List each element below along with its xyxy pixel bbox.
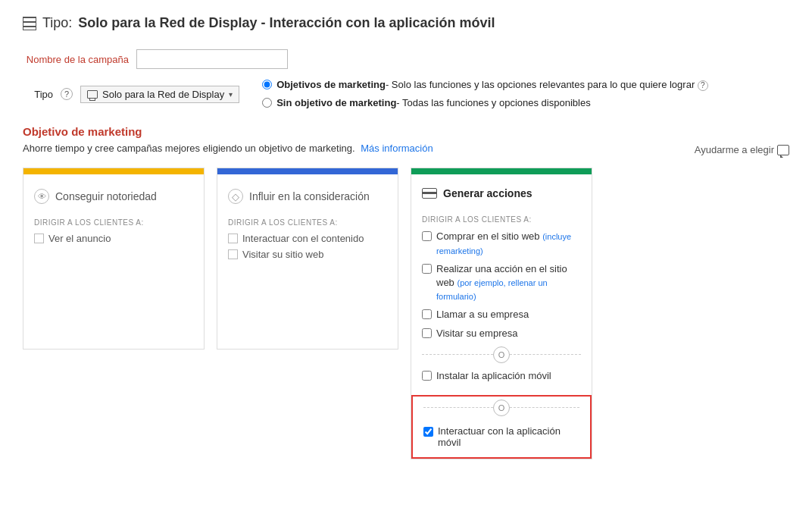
check-accion[interactable] — [422, 264, 432, 274]
radio-marketing-label: Objetivos de marketing- Solo las funcion… — [276, 78, 708, 92]
eye-icon: 👁 — [34, 189, 49, 204]
consideracion-item-text-1: Interactuar con el contenido — [242, 233, 364, 244]
generar-item-visitar: Visitar su empresa — [422, 327, 581, 340]
objetivo-title: Objetivo de marketing — [23, 125, 789, 138]
objetivo-desc: Ahorre tiempo y cree campañas mejores el… — [23, 143, 433, 154]
divider-line-left-1 — [422, 354, 493, 355]
monitor-icon — [87, 90, 98, 99]
card-notoriedad-title: Conseguir notoriedad — [55, 190, 157, 202]
form-section: Nombre de la campaña Tipo ? Solo para la… — [23, 49, 789, 110]
type-help-icon[interactable]: ? — [61, 88, 73, 100]
card-consideracion-section-label: DIRIGIR A LOS CLIENTES A: — [228, 218, 387, 227]
generar-section-label: DIRIGIR A LOS CLIENTES A: — [422, 215, 581, 224]
card-consideracion-body: ◇ Influir en la consideración DIRIGIR A … — [217, 174, 398, 275]
objetivo-section: Objetivo de marketing Ahorre tiempo y cr… — [23, 125, 789, 459]
divider-line-left-2 — [423, 407, 493, 408]
generar-item-accion-text: Realizar una acción en el sitio web (por… — [436, 262, 581, 304]
radio-options: Objetivos de marketing- Solo las funcion… — [262, 78, 708, 110]
type-label: Tipo — [23, 89, 53, 100]
check-notoriedad-1 — [34, 234, 44, 243]
mas-informacion-link[interactable]: Más información — [361, 143, 433, 154]
divider-line-right-2 — [510, 407, 579, 408]
generar-item-llamar: Llamar a su empresa — [422, 308, 581, 321]
comprar-sub: (incluye remarketing) — [436, 232, 571, 255]
ayudar-text: Ayudarme a elegir — [695, 144, 774, 155]
type-dropdown[interactable]: Solo para la Red de Display ▾ — [80, 86, 239, 103]
generar-item-accion: Realizar una acción en el sitio web (por… — [422, 262, 581, 304]
card-consideracion-item-1: Interactuar con el contenido — [228, 233, 387, 244]
card-generar-header — [411, 168, 592, 174]
campaign-name-row: Nombre de la campaña — [23, 49, 789, 69]
consideracion-item-text-2: Visitar su sitio web — [242, 249, 323, 260]
or-circle-2: O — [493, 400, 510, 416]
divider-or-2: O — [413, 397, 590, 419]
generar-item-interactuar: Interactuar con la aplicación móvil — [413, 419, 590, 457]
generar-item-visitar-text: Visitar su empresa — [436, 327, 517, 340]
radio-marketing[interactable] — [262, 80, 272, 89]
credit-card-icon — [422, 188, 437, 199]
dropdown-arrow-icon: ▾ — [229, 90, 233, 99]
card-consideracion: ◇ Influir en la consideración DIRIGIR A … — [217, 168, 398, 350]
card-consideracion-title-row: ◇ Influir en la consideración — [228, 185, 387, 208]
generar-item-comprar: Comprar en el sitio web (incluye remarke… — [422, 230, 581, 257]
check-consideracion-1 — [228, 234, 238, 243]
card-notoriedad-body: 👁 Conseguir notoriedad DIRIGIR A LOS CLI… — [23, 174, 204, 259]
card-notoriedad-item-1: Ver el anuncio — [34, 233, 193, 244]
generar-card-content: Generar acciones DIRIGIR A LOS CLIENTES … — [411, 174, 592, 395]
generar-item-instalar-text: Instalar la aplicación móvil — [436, 369, 551, 383]
title-bold: Solo para la Red de Display - Interacció… — [78, 15, 495, 31]
card-notoriedad-section-label: DIRIGIR A LOS CLIENTES A: — [34, 218, 193, 227]
marketing-help-icon[interactable]: ? — [698, 80, 708, 91]
card-notoriedad-header — [23, 168, 204, 174]
generar-item-interactuar-text: Interactuar con la aplicación móvil — [438, 425, 579, 448]
generar-item-comprar-text: Comprar en el sitio web (incluye remarke… — [436, 230, 581, 257]
objetivo-desc-text: Ahorre tiempo y cree campañas mejores el… — [23, 143, 355, 154]
check-consideracion-2 — [228, 249, 238, 259]
radio-nomarketing-row: Sin objetivo de marketing- Todas las fun… — [262, 96, 708, 110]
accion-sub: (por ejemplo, rellenar un formulario) — [436, 278, 548, 301]
radio-marketing-row: Objetivos de marketing- Solo las funcion… — [262, 78, 708, 92]
diamond-icon: ◇ — [228, 189, 243, 204]
card-notoriedad-title-row: 👁 Conseguir notoriedad — [34, 185, 193, 208]
check-comprar[interactable] — [422, 231, 432, 241]
check-instalar[interactable] — [422, 371, 432, 381]
type-dropdown-text: Solo para la Red de Display — [102, 89, 224, 100]
chat-icon — [777, 145, 789, 155]
card-consideracion-title: Influir en la consideración — [249, 190, 370, 202]
highlight-box: O Interactuar con la aplicación móvil — [411, 395, 592, 459]
campaign-name-label: Nombre de la campaña — [23, 54, 129, 65]
campaign-name-input[interactable] — [136, 49, 288, 69]
divider-or-1: O — [422, 346, 581, 363]
generar-item-llamar-text: Llamar a su empresa — [436, 308, 529, 321]
card-consideracion-header — [217, 168, 398, 174]
grid-icon — [23, 17, 36, 30]
ayudar-link[interactable]: Ayudarme a elegir — [695, 144, 789, 155]
page-title: Tipo: Solo para la Red de Display - Inte… — [23, 15, 789, 31]
or-circle-1: O — [493, 346, 510, 363]
cards-row: 👁 Conseguir notoriedad DIRIGIR A LOS CLI… — [23, 168, 789, 459]
radio-nomarketing[interactable] — [262, 98, 272, 108]
check-interactuar[interactable] — [423, 427, 433, 437]
card-generar: Generar acciones DIRIGIR A LOS CLIENTES … — [411, 168, 592, 459]
radio-nomarketing-label: Sin objetivo de marketing- Todas las fun… — [276, 96, 591, 110]
notoriedad-item-text-1: Ver el anuncio — [48, 233, 111, 244]
check-llamar[interactable] — [422, 309, 432, 319]
card-generar-title: Generar acciones — [443, 187, 532, 199]
card-generar-title-row: Generar acciones — [422, 182, 581, 205]
divider-line-right-1 — [510, 354, 581, 355]
card-notoriedad: 👁 Conseguir notoriedad DIRIGIR A LOS CLI… — [23, 168, 205, 350]
title-prefix: Tipo: — [42, 15, 72, 31]
generar-item-instalar: Instalar la aplicación móvil — [422, 369, 581, 383]
check-visitar[interactable] — [422, 328, 432, 338]
card-consideracion-item-2: Visitar su sitio web — [228, 249, 387, 260]
objetivo-actions: Ahorre tiempo y cree campañas mejores el… — [23, 143, 789, 157]
type-row: Tipo ? Solo para la Red de Display ▾ Obj… — [23, 78, 789, 110]
